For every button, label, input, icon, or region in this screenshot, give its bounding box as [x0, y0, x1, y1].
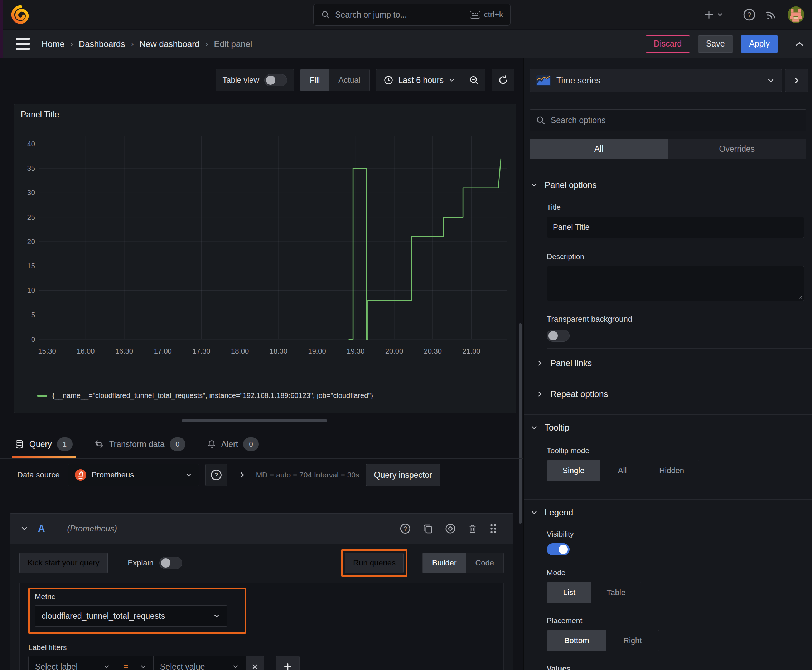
vertical-scrollbar[interactable] — [519, 323, 522, 524]
refresh-icon — [497, 74, 509, 86]
code-option[interactable]: Code — [466, 553, 503, 573]
hide-response-icon[interactable] — [444, 523, 456, 535]
description-textarea[interactable] — [547, 266, 804, 301]
placement-bottom-option[interactable]: Bottom — [547, 630, 606, 651]
select-value-dropdown[interactable]: Select value — [154, 656, 246, 670]
datasource-help-button[interactable]: ? — [205, 464, 227, 486]
series-label[interactable]: {__name__="cloudflared_tunnel_total_requ… — [52, 392, 373, 400]
collapse-options-icon[interactable] — [794, 39, 805, 49]
query-builder-area: Metric cloudflared_tunnel_total_requests… — [19, 583, 504, 670]
transparent-bg-toggle[interactable] — [547, 330, 570, 342]
grafana-logo-icon[interactable] — [11, 5, 31, 25]
edit-panel-main: Table view Fill Actual Last 6 hours — [0, 58, 524, 670]
svg-text:?: ? — [747, 11, 751, 19]
tab-transform-data[interactable]: Transform data 0 — [94, 431, 185, 458]
chevron-right-icon: › — [131, 39, 134, 49]
discard-button[interactable]: Discard — [646, 36, 690, 52]
select-label-dropdown[interactable]: Select label — [28, 656, 117, 670]
alert-count-badge: 0 — [243, 437, 259, 451]
tooltip-hidden-option[interactable]: Hidden — [644, 460, 699, 481]
global-search-input[interactable]: Search or jump to... ctrl+k — [313, 3, 510, 26]
drag-handle-icon[interactable] — [489, 523, 498, 535]
chevron-down-icon[interactable] — [20, 524, 29, 533]
panel-title-input[interactable]: Panel Title — [547, 217, 804, 238]
breadcrumb-new-dashboard[interactable]: New dashboard — [139, 39, 199, 49]
new-menu-button[interactable] — [704, 9, 724, 20]
resize-handle-icon[interactable] — [797, 294, 803, 299]
chevron-down-icon — [766, 76, 775, 85]
zoom-out-button[interactable] — [463, 69, 485, 91]
chart-legend: {__name__="cloudflared_tunnel_total_requ… — [19, 392, 512, 400]
apply-button[interactable]: Apply — [741, 36, 778, 52]
repeat-options-row[interactable]: Repeat options — [524, 389, 812, 399]
tab-overrides[interactable]: Overrides — [668, 139, 806, 159]
left-edge-accent — [0, 0, 3, 58]
actual-option[interactable]: Actual — [329, 69, 370, 91]
metric-select[interactable]: cloudflared_tunnel_total_requests — [35, 605, 227, 627]
legend-list-option[interactable]: List — [547, 582, 592, 603]
datasource-picker[interactable]: Prometheus — [68, 464, 199, 486]
tab-query[interactable]: Query 1 — [14, 431, 73, 458]
tooltip-mode-switch: Single All Hidden — [547, 460, 699, 481]
legend-values-label: Values — [547, 664, 812, 670]
toggle-viz-picker-button[interactable] — [785, 69, 809, 92]
panel-resize-handle[interactable] — [182, 419, 327, 422]
user-avatar[interactable] — [788, 7, 804, 23]
table-view-toggle[interactable] — [264, 74, 287, 86]
query-ref-id: A — [38, 523, 45, 535]
tooltip-single-option[interactable]: Single — [547, 460, 600, 481]
tooltip-all-option[interactable]: All — [600, 460, 645, 481]
operator-dropdown[interactable]: = — [117, 656, 154, 670]
top-nav-actions: ? — [704, 0, 804, 29]
tab-alert[interactable]: Alert 0 — [207, 431, 259, 458]
panel-options-header[interactable]: Panel options — [524, 180, 812, 190]
section-divider — [524, 415, 812, 415]
fill-option[interactable]: Fill — [300, 69, 329, 91]
time-series-chart[interactable]: 051015202530354015:3016:0016:3017:0017:3… — [19, 120, 512, 391]
panel-links-row[interactable]: Panel links — [524, 358, 812, 368]
legend-visibility-toggle[interactable] — [547, 543, 570, 555]
save-button[interactable]: Save — [698, 36, 733, 52]
table-view-label: Table view — [222, 76, 259, 85]
menu-toggle-button[interactable] — [16, 36, 32, 52]
breadcrumb-dashboards[interactable]: Dashboards — [79, 39, 125, 49]
run-queries-button[interactable]: Run queries — [345, 553, 404, 573]
options-search-input[interactable]: Search options — [529, 109, 806, 131]
chevron-right-icon: › — [70, 39, 73, 49]
svg-text:35: 35 — [27, 164, 35, 172]
shortcut-hint: ctrl+k — [470, 10, 503, 19]
breadcrumb-home[interactable]: Home — [42, 39, 64, 49]
help-button[interactable]: ? — [742, 8, 756, 22]
legend-table-option[interactable]: Table — [592, 582, 641, 603]
tooltip-header[interactable]: Tooltip — [524, 423, 812, 433]
placement-right-option[interactable]: Right — [606, 630, 659, 651]
options-search-placeholder: Search options — [551, 116, 605, 125]
grafana-edit-panel-page: Search or jump to... ctrl+k ? — [0, 0, 812, 670]
kick-start-button[interactable]: Kick start your query — [19, 553, 108, 574]
tab-all-options[interactable]: All — [530, 139, 668, 159]
bell-icon — [207, 439, 216, 449]
news-feed-button[interactable] — [765, 8, 778, 21]
expand-options-icon[interactable] — [238, 470, 247, 479]
query-inspector-button[interactable]: Query inspector — [366, 464, 441, 486]
trash-icon[interactable] — [467, 523, 478, 535]
table-view-control: Table view — [215, 69, 294, 91]
svg-text:5: 5 — [31, 311, 35, 319]
help-icon[interactable]: ? — [399, 523, 411, 535]
refresh-button[interactable] — [492, 69, 514, 91]
query-editor-body: Kick start your query Explain Run querie… — [10, 544, 514, 670]
svg-text:15: 15 — [27, 262, 35, 270]
visualization-picker[interactable]: Time series — [529, 69, 782, 92]
legend-header[interactable]: Legend — [524, 508, 812, 518]
builder-option[interactable]: Builder — [423, 553, 466, 573]
metric-annotation: Metric cloudflared_tunnel_total_requests — [28, 588, 246, 634]
remove-filter-button[interactable] — [246, 656, 264, 670]
explain-toggle[interactable] — [159, 557, 182, 569]
add-filter-button[interactable] — [276, 656, 300, 670]
query-row-header[interactable]: A (Prometheus) ? — [10, 513, 514, 544]
clock-icon — [383, 75, 393, 85]
duplicate-icon[interactable] — [422, 523, 434, 535]
time-range-button[interactable]: Last 6 hours — [376, 75, 463, 85]
prometheus-icon — [75, 469, 86, 481]
plus-icon — [283, 662, 293, 670]
